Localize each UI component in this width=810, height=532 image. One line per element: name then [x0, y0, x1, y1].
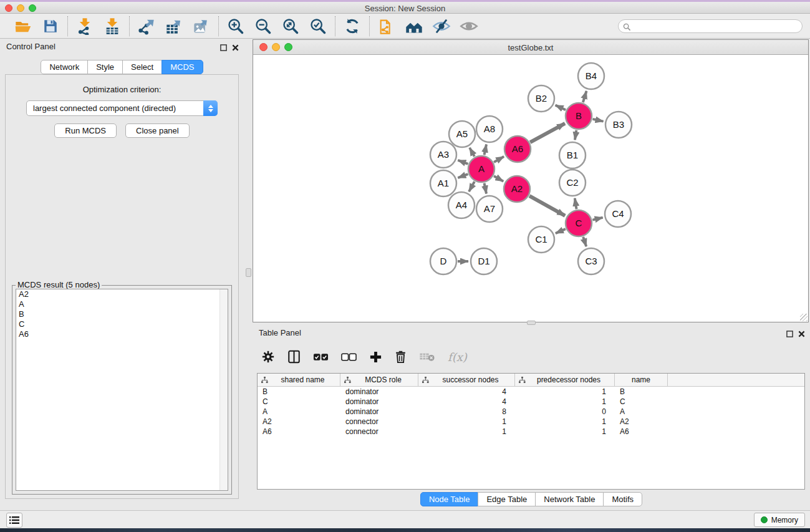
- float-panel-icon[interactable]: [220, 42, 227, 54]
- table-settings-gear-icon[interactable]: [261, 349, 275, 365]
- zoom-selected-icon[interactable]: [309, 17, 327, 36]
- close-panel-button[interactable]: Close panel: [125, 123, 190, 138]
- table-row[interactable]: A6connector11A6: [258, 427, 804, 437]
- mcds-result-list[interactable]: A2ABCA6: [16, 289, 228, 491]
- graph-edge-A-A1[interactable]: [458, 174, 468, 178]
- close-panel-icon[interactable]: [232, 42, 239, 54]
- graph-edge-A-A4[interactable]: [469, 181, 475, 191]
- mcds-result-item[interactable]: A: [16, 299, 228, 309]
- graph-edge-B-B2[interactable]: [556, 105, 566, 110]
- column-header-shared-name[interactable]: shared name: [258, 374, 340, 386]
- show-columns-icon[interactable]: [287, 349, 301, 365]
- graph-node-C4[interactable]: C4: [605, 201, 631, 227]
- import-network-icon[interactable]: [75, 17, 94, 36]
- zoom-in-icon[interactable]: [226, 17, 245, 36]
- export-network-icon[interactable]: [137, 17, 156, 36]
- graph-edge-A-A2[interactable]: [494, 176, 503, 181]
- create-column-icon[interactable]: [369, 349, 382, 365]
- tab-node-table[interactable]: Node Table: [420, 492, 479, 506]
- tab-mcds[interactable]: MCDS: [162, 60, 203, 74]
- refresh-icon[interactable]: [343, 17, 362, 36]
- table-row[interactable]: Adominator80A: [258, 407, 804, 417]
- network-window-titlebar[interactable]: testGlobe.txt: [253, 40, 808, 55]
- graph-node-A1[interactable]: A1: [430, 170, 456, 196]
- graph-edge-B-B4[interactable]: [583, 91, 587, 102]
- float-table-panel-icon[interactable]: [786, 329, 793, 340]
- select-all-checkboxes-icon[interactable]: [313, 349, 329, 365]
- graph-node-D[interactable]: D: [430, 248, 456, 274]
- save-session-icon[interactable]: [41, 17, 60, 36]
- tab-network-table[interactable]: Network Table: [535, 492, 604, 506]
- task-history-button[interactable]: [6, 513, 22, 528]
- window-resize-grip[interactable]: [800, 314, 808, 321]
- graph-node-D1[interactable]: D1: [471, 248, 497, 274]
- deselect-all-checkboxes-icon[interactable]: [341, 349, 357, 365]
- export-table-icon[interactable]: [165, 17, 183, 36]
- vertical-split-grip[interactable]: [246, 268, 251, 277]
- column-header-successor-nodes[interactable]: successor nodes: [418, 374, 515, 386]
- graph-edge-A-A6[interactable]: [494, 157, 504, 162]
- graph-node-A4[interactable]: A4: [448, 192, 475, 218]
- export-image-icon[interactable]: [192, 17, 211, 36]
- mcds-result-item[interactable]: C: [16, 319, 228, 329]
- horizontal-split-grip[interactable]: [527, 321, 536, 325]
- run-mcds-button[interactable]: Run MCDS: [54, 123, 117, 138]
- result-list-scrollbar[interactable]: [219, 289, 228, 490]
- network-canvas[interactable]: AA1A2A3A4A5A6A7A8BB1B2B3B4CC1C2C3C4DD1: [253, 56, 808, 322]
- graph-edge-C-C1[interactable]: [556, 229, 566, 233]
- graph-node-A6[interactable]: A6: [504, 136, 531, 162]
- graph-node-A8[interactable]: A8: [476, 116, 503, 142]
- graph-edge-A-A3[interactable]: [458, 160, 468, 164]
- graph-node-C3[interactable]: C3: [578, 248, 604, 274]
- graph-node-B1[interactable]: B1: [559, 142, 586, 168]
- optimization-criterion-select[interactable]: largest connected component (directed): [26, 100, 218, 116]
- graph-node-A7[interactable]: A7: [476, 196, 503, 222]
- tab-edge-table[interactable]: Edge Table: [478, 492, 536, 506]
- table-row[interactable]: Bdominator41B: [258, 387, 804, 397]
- first-neighbors-icon[interactable]: [405, 17, 423, 36]
- memory-button[interactable]: Memory: [754, 513, 805, 527]
- graph-node-A2[interactable]: A2: [504, 176, 530, 202]
- graph-node-B3[interactable]: B3: [605, 112, 632, 138]
- graph-node-A3[interactable]: A3: [430, 142, 456, 168]
- graph-edge-C-C3[interactable]: [583, 237, 586, 246]
- graph-node-B4[interactable]: B4: [578, 63, 604, 89]
- column-header-name[interactable]: name: [615, 374, 668, 386]
- graph-node-C[interactable]: C: [566, 210, 592, 236]
- zoom-fit-icon[interactable]: [281, 17, 300, 36]
- mcds-result-item[interactable]: A6: [16, 329, 228, 339]
- graph-edge-B-B1[interactable]: [575, 130, 576, 140]
- import-table-icon[interactable]: [103, 17, 122, 36]
- hide-selected-icon[interactable]: [432, 17, 451, 36]
- graph-edge-C-C4[interactable]: [592, 218, 602, 220]
- graph-node-A[interactable]: A: [468, 156, 494, 182]
- delete-column-icon[interactable]: [395, 349, 407, 365]
- tab-select[interactable]: Select: [122, 60, 162, 74]
- graph-edge-B-B3[interactable]: [592, 119, 603, 122]
- graph-node-C2[interactable]: C2: [559, 170, 586, 196]
- close-table-panel-icon[interactable]: [798, 329, 805, 340]
- column-header-mcds-role[interactable]: MCDS role: [340, 374, 418, 386]
- graph-edge-A-A5[interactable]: [470, 148, 475, 157]
- graph-node-B2[interactable]: B2: [528, 85, 554, 112]
- graph-edge-A-A7[interactable]: [485, 183, 486, 194]
- tab-network[interactable]: Network: [41, 60, 88, 74]
- column-header-predecessor-nodes[interactable]: predecessor nodes: [515, 374, 615, 386]
- graph-node-C1[interactable]: C1: [528, 226, 554, 253]
- graph-edge-A6-B[interactable]: [530, 123, 565, 142]
- graph-edge-A-A8[interactable]: [485, 144, 486, 155]
- mcds-result-item[interactable]: B: [16, 309, 228, 319]
- graph-node-B[interactable]: B: [566, 103, 592, 129]
- table-row[interactable]: Cdominator41C: [258, 397, 804, 407]
- graph-node-A5[interactable]: A5: [449, 121, 475, 147]
- graph-edge-A2-C[interactable]: [529, 196, 565, 216]
- tab-style[interactable]: Style: [87, 60, 123, 74]
- table-row[interactable]: A2connector11A2: [258, 417, 804, 427]
- mcds-result-item[interactable]: A2: [16, 289, 228, 299]
- open-session-icon[interactable]: [14, 17, 32, 36]
- tab-motifs[interactable]: Motifs: [603, 492, 642, 506]
- zoom-out-icon[interactable]: [254, 17, 272, 36]
- new-network-from-selection-icon[interactable]: [377, 17, 396, 36]
- show-all-icon[interactable]: [460, 17, 478, 36]
- graph-edge-C-C2[interactable]: [575, 198, 577, 210]
